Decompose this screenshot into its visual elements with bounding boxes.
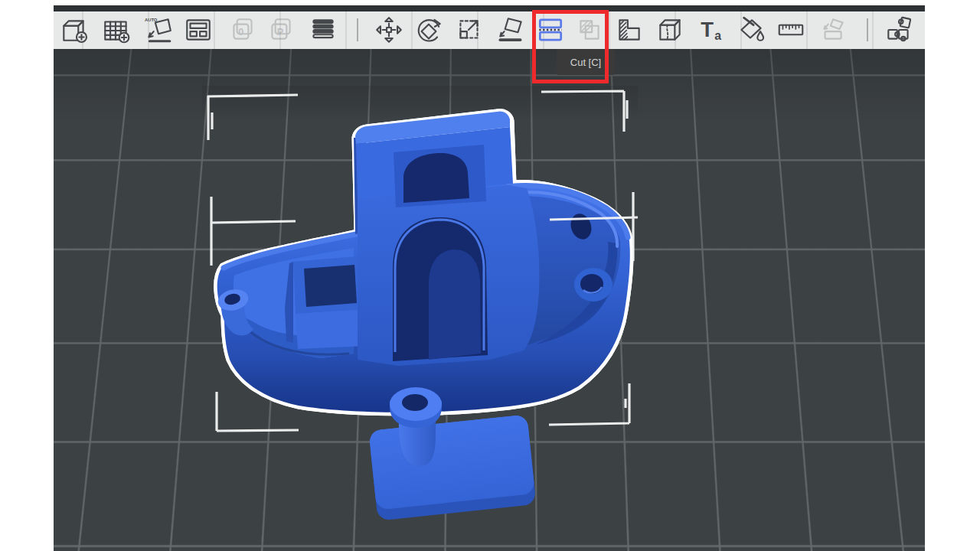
cube-plus-icon <box>59 15 90 45</box>
rotate-button[interactable] <box>412 13 446 47</box>
auto-orient-icon: AUTO <box>143 15 174 45</box>
main-toolbar: AUTO 0 P <box>54 11 925 50</box>
svg-text:a: a <box>714 29 721 42</box>
move-button[interactable] <box>372 13 406 47</box>
layer-height-button[interactable] <box>612 13 646 47</box>
seam-painting-button[interactable] <box>653 13 687 47</box>
ruler-icon <box>776 15 806 45</box>
svg-text:T: T <box>701 18 714 41</box>
text-icon: T a <box>696 15 727 45</box>
document-p-icon: P <box>266 15 296 45</box>
split-to-parts-button: P <box>264 13 298 47</box>
auto-orient-button[interactable]: AUTO <box>142 13 175 47</box>
app-screenshot: AUTO 0 P <box>0 0 980 551</box>
svg-text:P: P <box>277 27 283 37</box>
add-object-button[interactable] <box>57 13 91 47</box>
scale-icon <box>454 15 485 45</box>
move-arrows-icon <box>374 15 404 45</box>
puzzle-icon <box>884 15 914 45</box>
arrange-icon <box>183 15 214 45</box>
scale-button[interactable] <box>452 13 486 47</box>
assembly-icon <box>817 15 848 45</box>
assembly-button <box>815 13 849 47</box>
variable-layers-button[interactable] <box>306 13 340 47</box>
plate-plus-icon <box>101 15 132 45</box>
window-top-strip <box>54 5 925 11</box>
slicer-window: AUTO 0 P <box>54 5 925 551</box>
lay-on-face-button[interactable] <box>494 13 528 47</box>
3d-viewport[interactable] <box>54 49 925 551</box>
svg-text:0: 0 <box>238 27 243 37</box>
measure-button[interactable] <box>774 13 808 47</box>
viewport-vignette <box>54 49 925 551</box>
add-plate-button[interactable] <box>100 13 133 47</box>
split-to-objects-button: 0 <box>226 13 260 47</box>
text-tool-button[interactable]: T a <box>694 13 728 47</box>
annotation-highlight-box <box>532 10 609 83</box>
arrange-button[interactable] <box>181 13 215 47</box>
toolbar-separator <box>867 18 868 41</box>
fix-model-button[interactable] <box>882 13 916 47</box>
stacked-layers-icon <box>308 15 338 45</box>
lay-flat-icon <box>495 15 526 45</box>
hatched-block-icon <box>614 15 645 45</box>
cracked-cube-icon <box>655 15 685 45</box>
color-painting-button[interactable] <box>734 13 768 47</box>
document-0-icon: 0 <box>227 15 258 45</box>
toolbar-separator <box>357 18 358 41</box>
paint-bucket-icon <box>736 15 766 45</box>
rotate-icon <box>413 15 444 45</box>
